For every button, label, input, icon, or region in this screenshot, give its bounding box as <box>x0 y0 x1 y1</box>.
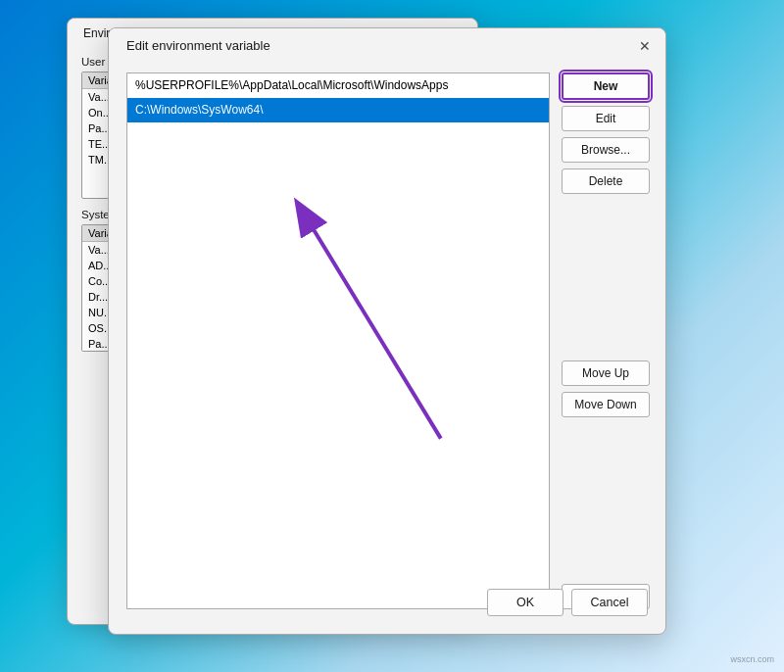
edit-dialog-titlebar: Edit environment variable ✕ <box>109 28 665 61</box>
path-list[interactable]: %USERPROFILE%\AppData\Local\Microsoft\Wi… <box>126 72 550 609</box>
bottom-buttons-area: OK Cancel <box>487 589 648 616</box>
path-list-item[interactable]: %USERPROFILE%\AppData\Local\Microsoft\Wi… <box>127 73 549 98</box>
button-spacer-2 <box>562 423 650 578</box>
delete-button[interactable]: Delete <box>562 168 650 194</box>
button-spacer <box>562 200 650 355</box>
move-up-button[interactable]: Move Up <box>562 360 650 386</box>
edit-button[interactable]: Edit <box>562 106 650 131</box>
edit-dialog-body: %USERPROFILE%\AppData\Local\Microsoft\Wi… <box>109 61 665 625</box>
edit-env-dialog: Edit environment variable ✕ %USERPROFILE… <box>108 27 666 635</box>
new-button[interactable]: New <box>562 72 650 100</box>
path-list-area: %USERPROFILE%\AppData\Local\Microsoft\Wi… <box>126 72 550 609</box>
move-down-button[interactable]: Move Down <box>562 392 650 417</box>
edit-dialog-title: Edit environment variable <box>126 38 270 53</box>
ok-button[interactable]: OK <box>487 589 564 616</box>
watermark: wsxcn.com <box>730 654 774 664</box>
cancel-button[interactable]: Cancel <box>571 589 648 616</box>
browse-button[interactable]: Browse... <box>562 137 650 163</box>
path-list-item[interactable]: C:\Windows\SysWow64\ <box>127 98 549 122</box>
edit-dialog-close-button[interactable]: ✕ <box>638 39 652 53</box>
action-buttons-area: New Edit Browse... Delete Move Up Move D… <box>562 72 650 609</box>
